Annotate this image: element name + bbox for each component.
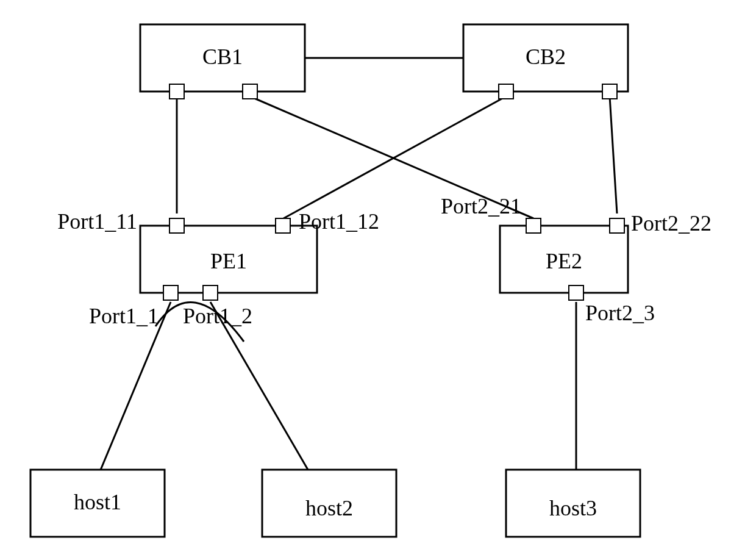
node-host2-label: host2: [305, 496, 353, 520]
port1-1-icon: [163, 285, 178, 300]
node-host1: host1: [30, 470, 165, 537]
cb1-port-right: [243, 84, 257, 99]
node-pe2: PE2: [500, 218, 628, 300]
port1-12-icon: [276, 218, 290, 233]
node-cb1-label: CB1: [202, 45, 243, 69]
port2-3-icon: [569, 285, 583, 300]
port1-12-label: Port1_12: [299, 209, 379, 234]
node-pe1-label: PE1: [210, 249, 247, 273]
port1-2-icon: [203, 285, 218, 300]
cb2-port-left: [499, 84, 513, 99]
node-host3-label: host3: [549, 496, 597, 520]
node-host1-label: host1: [74, 490, 121, 514]
port1-2-label: Port1_2: [183, 304, 252, 328]
link-cb2-pe2: [610, 96, 617, 214]
port2-22-label: Port2_22: [631, 211, 711, 235]
network-diagram: CB1 CB2 PE1 Port1_11 Port1_12 Port1_1 Po…: [0, 0, 756, 549]
port2-3-label: Port2_3: [585, 301, 655, 325]
node-host3: host3: [506, 470, 640, 537]
port2-21-label: Port2_21: [441, 194, 521, 218]
port1-11-icon: [169, 218, 184, 233]
node-host2: host2: [262, 470, 396, 537]
port2-22-icon: [610, 218, 624, 233]
node-cb2-label: CB2: [526, 45, 566, 69]
cb1-port-left: [169, 84, 184, 99]
cb2-port-right: [602, 84, 617, 99]
port1-1-label: Port1_1: [89, 304, 159, 328]
port2-21-icon: [526, 218, 541, 233]
node-cb2: CB2: [463, 24, 628, 99]
port1-11-label: Port1_11: [57, 209, 137, 234]
node-pe2-label: PE2: [546, 249, 582, 273]
node-pe1: PE1: [140, 218, 317, 300]
node-cb1: CB1: [140, 24, 305, 99]
